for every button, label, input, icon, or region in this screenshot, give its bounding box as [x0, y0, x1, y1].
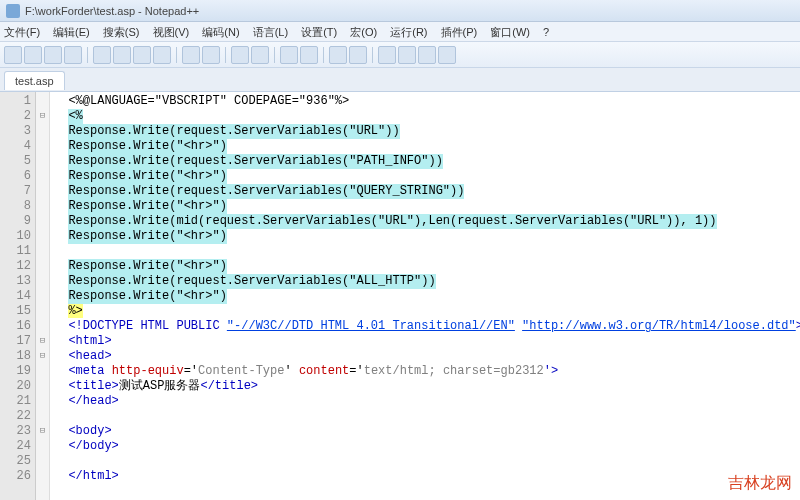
- menu-settings[interactable]: 设置(T): [301, 26, 337, 38]
- separator: [323, 47, 324, 63]
- find-icon[interactable]: [231, 46, 249, 64]
- separator: [176, 47, 177, 63]
- menu-search[interactable]: 搜索(S): [103, 26, 140, 38]
- app-icon: [6, 4, 20, 18]
- menu-encoding[interactable]: 编码(N): [202, 26, 239, 38]
- cut-icon[interactable]: [113, 46, 131, 64]
- replace-icon[interactable]: [251, 46, 269, 64]
- open-icon[interactable]: [24, 46, 42, 64]
- menu-view[interactable]: 视图(V): [153, 26, 190, 38]
- wrap-icon[interactable]: [329, 46, 347, 64]
- menu-language[interactable]: 语言(L): [253, 26, 288, 38]
- menu-plugins[interactable]: 插件(P): [441, 26, 478, 38]
- code-editor[interactable]: 1234567891011121314151617181920212223242…: [0, 92, 800, 500]
- save-icon[interactable]: [44, 46, 62, 64]
- new-icon[interactable]: [4, 46, 22, 64]
- print-icon[interactable]: [93, 46, 111, 64]
- menu-help[interactable]: ?: [543, 26, 549, 38]
- menu-window[interactable]: 窗口(W): [490, 26, 530, 38]
- menu-file[interactable]: 文件(F): [4, 26, 40, 38]
- tab-file[interactable]: test.asp: [4, 71, 65, 90]
- menu-macro[interactable]: 宏(O): [350, 26, 377, 38]
- window-title: F:\workForder\test.asp - Notepad++: [25, 0, 199, 22]
- separator: [225, 47, 226, 63]
- fold-column[interactable]: ⊟⊟⊟⊟: [36, 92, 50, 500]
- menu-edit[interactable]: 编辑(E): [53, 26, 90, 38]
- undo-icon[interactable]: [182, 46, 200, 64]
- separator: [274, 47, 275, 63]
- separator: [87, 47, 88, 63]
- code-area[interactable]: <%@LANGUAGE="VBSCRIPT" CODEPAGE="936"%> …: [50, 92, 800, 500]
- menu-bar: 文件(F) 编辑(E) 搜索(S) 视图(V) 编码(N) 语言(L) 设置(T…: [0, 22, 800, 42]
- zoom-in-icon[interactable]: [280, 46, 298, 64]
- record-icon[interactable]: [378, 46, 396, 64]
- show-all-icon[interactable]: [349, 46, 367, 64]
- copy-icon[interactable]: [133, 46, 151, 64]
- separator: [372, 47, 373, 63]
- window-titlebar: F:\workForder\test.asp - Notepad++: [0, 0, 800, 22]
- save-all-icon[interactable]: [64, 46, 82, 64]
- paste-icon[interactable]: [153, 46, 171, 64]
- play-icon[interactable]: [398, 46, 416, 64]
- tab-bar: test.asp: [0, 68, 800, 92]
- zoom-out-icon[interactable]: [300, 46, 318, 64]
- menu-run[interactable]: 运行(R): [390, 26, 427, 38]
- line-numbers: 1234567891011121314151617181920212223242…: [0, 92, 36, 500]
- tab-label: test.asp: [15, 75, 54, 87]
- fast-icon[interactable]: [438, 46, 456, 64]
- stop-icon[interactable]: [418, 46, 436, 64]
- watermark-text: 吉林龙网: [728, 473, 792, 494]
- toolbar: [0, 42, 800, 68]
- redo-icon[interactable]: [202, 46, 220, 64]
